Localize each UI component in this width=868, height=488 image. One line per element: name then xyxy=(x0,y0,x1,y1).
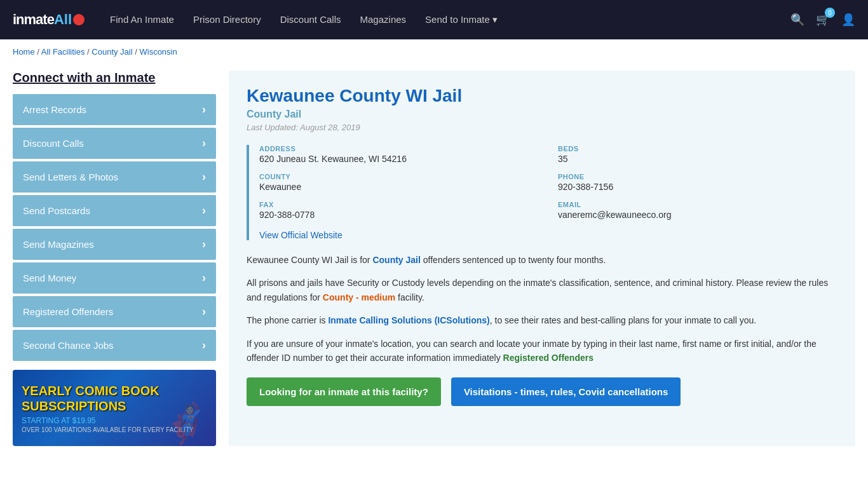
user-icon[interactable]: 👤 xyxy=(841,13,855,27)
nav-magazines[interactable]: Magazines xyxy=(360,14,407,25)
sidebar-item-send-letters[interactable]: Send Letters & Photos › xyxy=(13,161,216,193)
sidebar-item-label: Send Letters & Photos xyxy=(23,172,118,182)
chevron-right-icon: › xyxy=(202,170,206,184)
fax-label: FAX xyxy=(259,201,539,208)
chevron-right-icon: › xyxy=(202,137,206,150)
search-icon[interactable]: 🔍 xyxy=(790,13,804,27)
chevron-right-icon: › xyxy=(202,238,206,251)
beds-label: BEDS xyxy=(558,145,837,152)
sidebar-item-send-postcards[interactable]: Send Postcards › xyxy=(13,195,216,226)
breadcrumb-all-facilities[interactable]: All Facilities xyxy=(41,47,85,57)
nav-discount-calls[interactable]: Discount Calls xyxy=(280,14,341,25)
facility-info-section: ADDRESS 620 Juneau St. Kewaunee, WI 5421… xyxy=(247,145,837,240)
phone-block: PHONE 920-388-7156 xyxy=(558,173,837,192)
chevron-right-icon: › xyxy=(202,271,206,285)
fax-block: FAX 920-388-0778 xyxy=(259,201,539,220)
breadcrumb-county-jail[interactable]: County Jail xyxy=(92,47,132,57)
sidebar-item-send-money[interactable]: Send Money › xyxy=(13,262,216,294)
main-container: Connect with an Inmate Arrest Records › … xyxy=(0,64,868,465)
info-grid: ADDRESS 620 Juneau St. Kewaunee, WI 5421… xyxy=(259,145,837,220)
cta-buttons: Looking for an inmate at this facility? … xyxy=(247,377,837,406)
county-label: COUNTY xyxy=(259,173,539,180)
county-jail-link[interactable]: County Jail xyxy=(372,255,420,265)
desc-p2-end: facility. xyxy=(395,292,424,302)
sidebar-advertisement[interactable]: YEARLY COMIC BOOK SUBSCRIPTIONS STARTING… xyxy=(13,370,216,446)
county-value: Kewaunee xyxy=(259,182,539,192)
cart-icon[interactable]: 🛒 0 xyxy=(816,13,830,27)
sidebar-item-registered-offenders[interactable]: Registered Offenders › xyxy=(13,296,216,327)
sidebar-item-discount-calls[interactable]: Discount Calls › xyxy=(13,128,216,159)
sidebar-item-send-magazines[interactable]: Send Magazines › xyxy=(13,229,216,260)
county-medium-link[interactable]: County - medium xyxy=(323,292,395,302)
logo-all: All xyxy=(54,11,72,28)
sidebar-item-label: Send Money xyxy=(23,273,76,283)
logo[interactable]: inmate All xyxy=(13,11,85,28)
address-label: ADDRESS xyxy=(259,145,539,152)
facility-description: Kewaunee County WI Jail is for County Ja… xyxy=(247,253,837,365)
facility-name: Kewaunee County WI Jail xyxy=(247,86,837,106)
address-block: ADDRESS 620 Juneau St. Kewaunee, WI 5421… xyxy=(259,145,539,164)
breadcrumb-wisconsin[interactable]: Wisconsin xyxy=(139,47,177,57)
desc-p1-end: offenders sentenced up to twenty four mo… xyxy=(421,255,606,265)
navbar: inmate All Find An Inmate Prison Directo… xyxy=(0,0,868,39)
description-para-2: All prisons and jails have Security or C… xyxy=(247,276,837,304)
nav-right: 🔍 🛒 0 👤 xyxy=(790,13,855,27)
breadcrumb: Home / All Facilities / County Jail / Wi… xyxy=(0,39,868,64)
icsolutions-link[interactable]: Inmate Calling Solutions (ICSolutions) xyxy=(328,315,489,325)
description-para-1: Kewaunee County WI Jail is for County Ja… xyxy=(247,253,837,267)
nav-find-inmate[interactable]: Find An Inmate xyxy=(110,14,174,25)
nav-links: Find An Inmate Prison Directory Discount… xyxy=(110,14,790,25)
facility-content: Kewaunee County WI Jail County Jail Last… xyxy=(229,71,855,446)
fax-value: 920-388-0778 xyxy=(259,210,539,220)
email-label: EMAIL xyxy=(558,201,837,208)
description-para-4: If you are unsure of your inmate's locat… xyxy=(247,337,837,365)
nav-send-to-inmate[interactable]: Send to Inmate ▾ xyxy=(425,14,498,25)
email-value: vaneremc@kewauneeco.org xyxy=(558,210,837,220)
nav-prison-directory[interactable]: Prison Directory xyxy=(193,14,261,25)
breadcrumb-home[interactable]: Home xyxy=(13,47,35,57)
email-block: EMAIL vaneremc@kewauneeco.org xyxy=(558,201,837,220)
superhero-icon: 🦸 xyxy=(162,401,210,446)
chevron-right-icon: › xyxy=(202,204,206,217)
sidebar-item-arrest-records[interactable]: Arrest Records › xyxy=(13,94,216,125)
looking-for-inmate-button[interactable]: Looking for an inmate at this facility? xyxy=(247,377,441,406)
county-block: COUNTY Kewaunee xyxy=(259,173,539,192)
beds-value: 35 xyxy=(558,154,837,164)
facility-last-updated: Last Updated: August 28, 2019 xyxy=(247,123,837,132)
desc-p3-end: , to see their rates and best-calling pl… xyxy=(490,315,756,325)
beds-block: BEDS 35 xyxy=(558,145,837,164)
sidebar: Connect with an Inmate Arrest Records › … xyxy=(13,71,216,446)
sidebar-item-label: Second Chance Jobs xyxy=(23,340,114,351)
official-website-link[interactable]: View Official Website xyxy=(259,230,837,240)
facility-type: County Jail xyxy=(247,109,837,120)
sidebar-item-label: Send Magazines xyxy=(23,239,94,250)
sidebar-menu: Arrest Records › Discount Calls › Send L… xyxy=(13,94,216,361)
phone-label: PHONE xyxy=(558,173,837,180)
visitations-button[interactable]: Visitations - times, rules, Covid cancel… xyxy=(451,377,681,406)
chevron-right-icon: › xyxy=(202,339,206,352)
description-para-3: The phone carrier is Inmate Calling Solu… xyxy=(247,313,837,327)
sidebar-item-label: Registered Offenders xyxy=(23,306,113,317)
logo-dot xyxy=(73,14,85,25)
registered-offenders-link[interactable]: Registered Offenders xyxy=(503,353,593,363)
sidebar-item-label: Discount Calls xyxy=(23,138,84,149)
cart-badge: 0 xyxy=(825,8,835,18)
chevron-right-icon: › xyxy=(202,103,206,116)
sidebar-item-label: Send Postcards xyxy=(23,205,90,216)
desc-p1-start: Kewaunee County WI Jail is for xyxy=(247,255,372,265)
sidebar-title: Connect with an Inmate xyxy=(13,71,216,85)
sidebar-item-second-chance-jobs[interactable]: Second Chance Jobs › xyxy=(13,330,216,361)
sidebar-item-label: Arrest Records xyxy=(23,104,86,115)
phone-value: 920-388-7156 xyxy=(558,182,837,192)
chevron-right-icon: › xyxy=(202,305,206,318)
address-value: 620 Juneau St. Kewaunee, WI 54216 xyxy=(259,154,539,164)
desc-p3-start: The phone carrier is xyxy=(247,315,328,325)
logo-text: inmate xyxy=(13,11,54,28)
